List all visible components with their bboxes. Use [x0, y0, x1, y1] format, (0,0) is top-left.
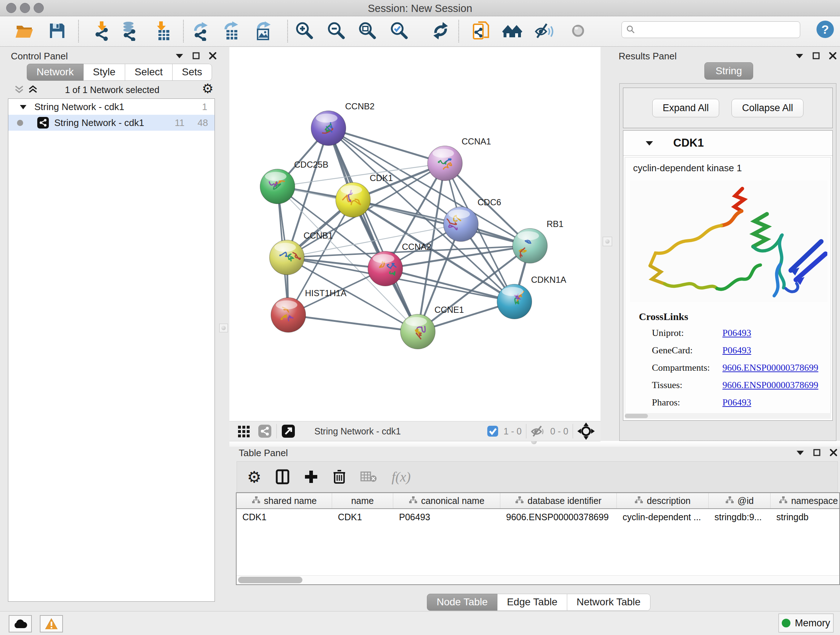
delete-column-icon[interactable] — [333, 469, 346, 485]
close-panel-icon[interactable] — [830, 449, 837, 456]
table-row[interactable]: CDK1CDK1P064939606.ENSP00000378699cyclin… — [237, 509, 839, 525]
crosslink-value-link[interactable]: P06493 — [722, 345, 751, 356]
close-panel-icon[interactable] — [829, 52, 836, 59]
string-documents-icon[interactable] — [471, 21, 491, 41]
crosslink-value-link[interactable]: 9606.ENSP00000378699 — [722, 363, 818, 373]
node-CCNA1[interactable] — [428, 146, 462, 181]
selected-checkbox-icon[interactable] — [487, 425, 499, 437]
help-icon[interactable]: ? — [815, 19, 835, 40]
search-input[interactable] — [636, 24, 789, 36]
node-CCNE1[interactable] — [401, 314, 435, 349]
tab-network-table[interactable]: Network Table — [567, 594, 651, 611]
node-CCNB2[interactable] — [311, 111, 346, 146]
gene-disclosure-icon[interactable] — [646, 141, 653, 146]
network-canvas[interactable]: CCNB2CCNA1CDC25BCDK1CDC6RB1CCNB1CCNA2CDK… — [229, 47, 600, 421]
hidden-eye-slash-icon[interactable] — [531, 425, 545, 437]
crosslink-value-link[interactable]: P06493 — [722, 397, 751, 408]
column-header-database-identifier[interactable]: database identifier — [500, 493, 617, 508]
table-cell[interactable]: cyclin-dependent ... — [617, 509, 709, 525]
collapse-all-networks-icon[interactable] — [14, 85, 24, 94]
table-cell[interactable]: CDK1 — [237, 509, 332, 525]
tab-select[interactable]: Select — [125, 64, 172, 81]
export-image-icon[interactable] — [253, 21, 273, 41]
table-cell[interactable]: P06493 — [393, 509, 500, 525]
search-field[interactable] — [622, 21, 800, 38]
left-splitter-handle[interactable] — [219, 324, 228, 333]
collapse-panel-icon[interactable] — [796, 53, 803, 58]
network-graph[interactable]: CCNB2CCNA1CDC25BCDK1CDC6RB1CCNB1CCNA2CDK… — [229, 47, 600, 421]
crosslink-value-link[interactable]: P06493 — [722, 328, 751, 339]
external-link-icon[interactable] — [281, 424, 295, 439]
table-cell[interactable]: 9606.ENSP00000378699 — [500, 509, 617, 525]
show-columns-icon[interactable] — [276, 469, 289, 485]
cloud-button[interactable] — [9, 615, 32, 632]
show-hide-icon[interactable] — [534, 21, 554, 41]
export-table-icon[interactable] — [221, 21, 242, 41]
export-network-icon[interactable] — [192, 21, 212, 41]
save-icon[interactable] — [47, 21, 67, 41]
column-header-name[interactable]: name — [332, 493, 393, 508]
float-panel-icon[interactable] — [193, 52, 200, 59]
results-hscrollbar[interactable] — [625, 413, 831, 419]
expand-all-networks-icon[interactable] — [28, 85, 38, 94]
move-crosshair-icon[interactable] — [577, 423, 595, 440]
node-HIST1H1A[interactable] — [271, 298, 306, 333]
network-row[interactable]: String Network - cdk1 11 48 — [8, 115, 215, 131]
edge[interactable] — [353, 200, 530, 246]
node-CDC25B[interactable] — [260, 169, 295, 204]
import-network-icon[interactable] — [92, 21, 112, 41]
column-header-shared-name[interactable]: shared name — [237, 493, 332, 508]
collapse-panel-icon[interactable] — [797, 450, 804, 455]
tab-edge-table[interactable]: Edge Table — [497, 594, 567, 611]
network-collection-row[interactable]: String Network - cdk1 1 — [8, 99, 215, 115]
close-panel-icon[interactable] — [209, 52, 216, 59]
node-CDC6[interactable] — [441, 207, 478, 241]
edge[interactable] — [288, 315, 418, 332]
tab-string[interactable]: String — [704, 62, 753, 80]
table-cell[interactable]: stringdb — [771, 509, 840, 525]
right-splitter-handle[interactable] — [603, 237, 612, 246]
edge[interactable] — [328, 128, 445, 163]
gene-section-header[interactable]: CDK1 — [623, 131, 832, 156]
edge[interactable] — [328, 128, 418, 332]
zoom-out-icon[interactable] — [326, 21, 347, 41]
memory-button[interactable]: Memory — [778, 614, 834, 632]
float-panel-icon[interactable] — [813, 449, 821, 456]
table-hscrollbar-thumb[interactable] — [238, 577, 302, 583]
column-header--id[interactable]: @id — [709, 493, 771, 508]
node-CCNB1[interactable] — [270, 240, 304, 275]
node-CDKN1A[interactable] — [497, 284, 532, 319]
grid-icon[interactable] — [237, 424, 251, 438]
tab-style[interactable]: Style — [84, 64, 125, 81]
warning-button[interactable] — [40, 615, 63, 632]
expand-all-button[interactable]: Expand All — [652, 99, 720, 117]
share-icon[interactable] — [257, 424, 272, 439]
node-CCNA2[interactable] — [368, 251, 403, 286]
import-table-icon[interactable] — [152, 21, 172, 41]
table-options-gear-icon[interactable]: ⚙ — [247, 468, 261, 486]
zoom-fit-icon[interactable] — [357, 21, 378, 41]
network-edges[interactable] — [278, 128, 530, 332]
table-cell[interactable]: stringdb:9... — [709, 509, 771, 525]
float-panel-icon[interactable] — [813, 52, 820, 59]
houses-icon[interactable] — [502, 21, 523, 41]
crosslink-value-link[interactable]: 9606.ENSP00000378699 — [722, 380, 818, 391]
zoom-selected-icon[interactable] — [389, 21, 409, 41]
tab-sets[interactable]: Sets — [172, 64, 212, 81]
column-header-namespace[interactable]: namespace — [771, 493, 840, 508]
tab-node-table[interactable]: Node Table — [427, 594, 497, 611]
column-header-canonical-name[interactable]: canonical name — [393, 493, 500, 508]
tab-network[interactable]: Network — [27, 64, 84, 81]
column-header-description[interactable]: description — [617, 493, 709, 508]
network-options-gear-icon[interactable]: ⚙ — [202, 81, 213, 96]
node-CDK1[interactable] — [336, 182, 370, 217]
collapse-all-button[interactable]: Collapse All — [731, 99, 804, 117]
open-icon[interactable] — [14, 21, 35, 41]
zoom-in-icon[interactable] — [294, 21, 315, 41]
table-cell[interactable]: CDK1 — [332, 509, 393, 525]
refresh-icon[interactable] — [431, 21, 451, 41]
import-network-database-icon[interactable] — [119, 21, 140, 41]
table-hscrollbar[interactable] — [237, 575, 839, 584]
collapse-panel-icon[interactable] — [176, 53, 183, 58]
disclosure-triangle-icon[interactable] — [20, 105, 27, 109]
